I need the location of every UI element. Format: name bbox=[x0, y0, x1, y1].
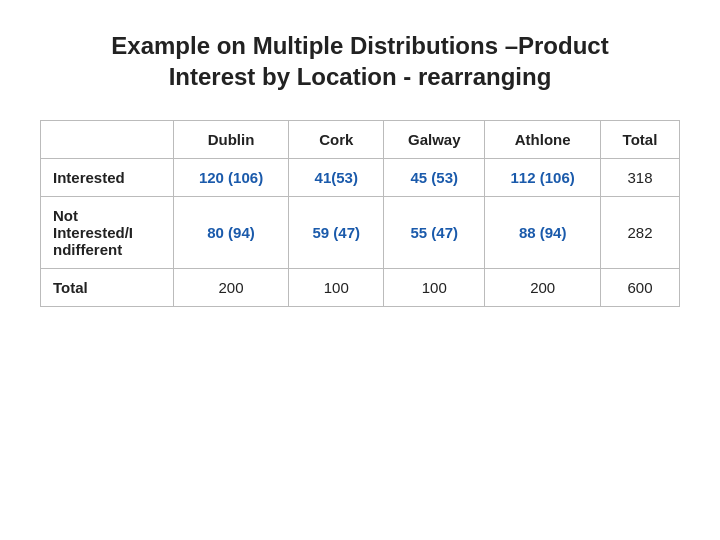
col-header-dublin: Dublin bbox=[173, 121, 289, 159]
title-line2: Interest by Location - rearranging bbox=[169, 63, 552, 90]
table-row: Interested 120 (106) 41(53) 45 (53) 112 … bbox=[41, 159, 680, 197]
cell-total-total: 600 bbox=[600, 269, 679, 307]
col-header-empty bbox=[41, 121, 174, 159]
page-title: Example on Multiple Distributions –Produ… bbox=[111, 30, 608, 92]
cell-notinterested-cork: 59 (47) bbox=[289, 197, 384, 269]
table-wrapper: Dublin Cork Galway Athlone Total Interes… bbox=[40, 120, 680, 307]
distribution-table: Dublin Cork Galway Athlone Total Interes… bbox=[40, 120, 680, 307]
cell-notinterested-galway: 55 (47) bbox=[384, 197, 485, 269]
col-header-total: Total bbox=[600, 121, 679, 159]
title-line1: Example on Multiple Distributions –Produ… bbox=[111, 32, 608, 59]
cell-interested-total: 318 bbox=[600, 159, 679, 197]
row-label-interested: Interested bbox=[41, 159, 174, 197]
cell-total-cork: 100 bbox=[289, 269, 384, 307]
cell-interested-athlone: 112 (106) bbox=[485, 159, 601, 197]
row-label-not-interested: NotInterested/Indifferent bbox=[41, 197, 174, 269]
cell-interested-galway: 45 (53) bbox=[384, 159, 485, 197]
cell-total-dublin: 200 bbox=[173, 269, 289, 307]
cell-notinterested-athlone: 88 (94) bbox=[485, 197, 601, 269]
cell-total-athlone: 200 bbox=[485, 269, 601, 307]
cell-interested-cork: 41(53) bbox=[289, 159, 384, 197]
title-block: Example on Multiple Distributions –Produ… bbox=[111, 30, 608, 92]
table-row: NotInterested/Indifferent 80 (94) 59 (47… bbox=[41, 197, 680, 269]
header-row: Dublin Cork Galway Athlone Total bbox=[41, 121, 680, 159]
cell-notinterested-total: 282 bbox=[600, 197, 679, 269]
table-row-total: Total 200 100 100 200 600 bbox=[41, 269, 680, 307]
col-header-cork: Cork bbox=[289, 121, 384, 159]
row-label-total: Total bbox=[41, 269, 174, 307]
cell-interested-dublin: 120 (106) bbox=[173, 159, 289, 197]
cell-total-galway: 100 bbox=[384, 269, 485, 307]
col-header-athlone: Athlone bbox=[485, 121, 601, 159]
cell-notinterested-dublin: 80 (94) bbox=[173, 197, 289, 269]
col-header-galway: Galway bbox=[384, 121, 485, 159]
